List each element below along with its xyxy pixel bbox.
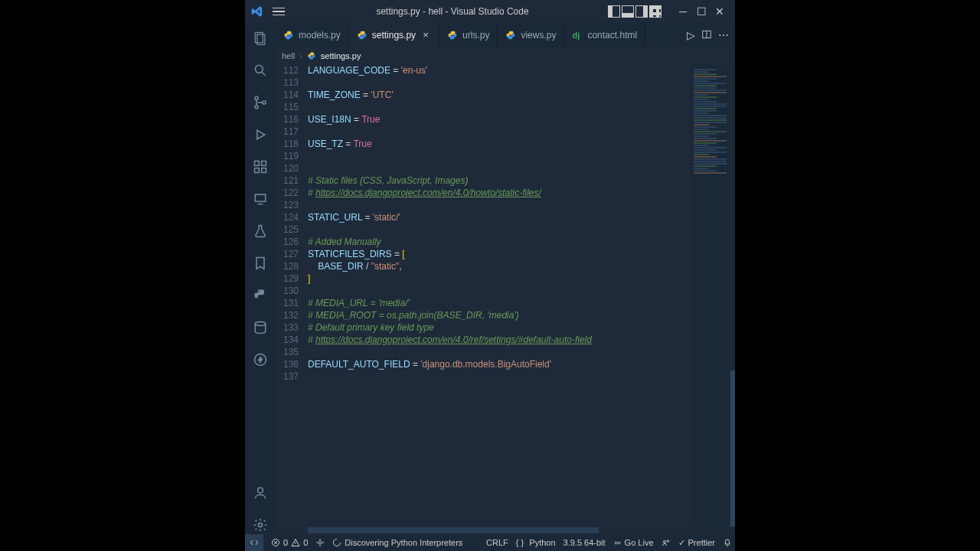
svg-point-26 bbox=[663, 541, 665, 543]
status-bar: 0 0 Discovering Python Interpreters CRLF… bbox=[245, 534, 735, 551]
svg-rect-9 bbox=[255, 168, 260, 173]
database-icon[interactable] bbox=[251, 318, 270, 337]
svg-point-16 bbox=[258, 487, 263, 493]
svg-point-25 bbox=[616, 542, 619, 544]
language-mode[interactable]: { } Python bbox=[516, 538, 556, 547]
python-discovery-status[interactable]: Discovering Python Interpreters bbox=[332, 538, 462, 547]
notifications-bell-icon[interactable] bbox=[723, 538, 732, 547]
titlebar: settings.py - hell - Visual Studio Code … bbox=[245, 0, 735, 23]
source-control-icon[interactable] bbox=[251, 93, 270, 112]
tab-label: views.py bbox=[521, 30, 556, 41]
bookmark-icon[interactable] bbox=[251, 254, 270, 272]
svg-rect-11 bbox=[262, 161, 266, 166]
breadcrumb-root[interactable]: hell bbox=[282, 51, 295, 60]
run-debug-icon[interactable] bbox=[251, 126, 270, 144]
svg-point-5 bbox=[255, 106, 258, 109]
horizontal-scrollbar-thumb[interactable] bbox=[308, 527, 599, 533]
code-content[interactable]: LANGUAGE_CODE = 'en-us'TIME_ZONE = 'UTC'… bbox=[308, 64, 691, 527]
remote-explorer-icon[interactable] bbox=[251, 190, 270, 208]
svg-point-6 bbox=[263, 101, 266, 104]
close-button[interactable]: ✕ bbox=[710, 2, 729, 21]
minimap[interactable] bbox=[691, 64, 735, 527]
svg-point-24 bbox=[318, 541, 322, 544]
testing-icon[interactable] bbox=[251, 222, 270, 240]
search-icon[interactable] bbox=[251, 61, 270, 80]
svg-rect-10 bbox=[262, 168, 266, 173]
tab-bar: models.pysettings.py×urls.pyviews.pydjco… bbox=[276, 23, 735, 47]
svg-point-15 bbox=[255, 354, 266, 366]
remote-indicator[interactable] bbox=[245, 534, 263, 551]
split-editor-icon[interactable] bbox=[701, 29, 712, 41]
live-share-icon[interactable] bbox=[662, 538, 671, 547]
django-file-icon: dj bbox=[572, 30, 583, 41]
svg-point-17 bbox=[259, 523, 263, 527]
tab-contact-html[interactable]: djcontact.html bbox=[564, 23, 645, 47]
svg-marker-7 bbox=[257, 130, 265, 139]
svg-point-27 bbox=[667, 540, 669, 543]
go-live-button[interactable]: Go Live bbox=[613, 538, 654, 547]
python-env-icon[interactable] bbox=[251, 286, 270, 305]
editor-area[interactable]: 1121131141151161171181191201211221231241… bbox=[276, 64, 735, 527]
python-file-icon bbox=[505, 30, 516, 41]
python-file-icon bbox=[447, 30, 458, 41]
error-count: 0 bbox=[283, 538, 288, 547]
breadcrumb[interactable]: hell › settings.py bbox=[276, 47, 735, 64]
svg-point-4 bbox=[255, 96, 258, 99]
problems-indicator[interactable]: 0 0 bbox=[271, 538, 308, 547]
warning-count: 0 bbox=[303, 538, 308, 547]
python-version[interactable]: 3.9.5 64-bit bbox=[564, 538, 606, 547]
tab-label: models.py bbox=[299, 30, 341, 41]
editor-group: models.pysettings.py×urls.pyviews.pydjco… bbox=[276, 23, 735, 534]
python-file-icon bbox=[357, 30, 368, 41]
customize-layout-icon[interactable] bbox=[649, 5, 662, 18]
python-file-icon bbox=[307, 51, 316, 60]
lightning-icon[interactable] bbox=[251, 350, 270, 369]
vscode-logo-icon bbox=[251, 5, 263, 18]
activity-bar bbox=[245, 23, 276, 534]
app-menu-button[interactable] bbox=[273, 4, 288, 19]
tab-views-py[interactable]: views.py bbox=[498, 23, 564, 47]
tab-label: urls.py bbox=[462, 30, 489, 41]
maximize-button[interactable]: ☐ bbox=[692, 2, 710, 21]
tab-label: settings.py bbox=[372, 30, 416, 41]
scrollbar-thumb[interactable] bbox=[730, 370, 735, 527]
more-actions-icon[interactable]: ⋯ bbox=[718, 29, 729, 41]
toggle-primary-sidebar-icon[interactable] bbox=[608, 5, 620, 18]
breadcrumb-file[interactable]: settings.py bbox=[321, 51, 361, 60]
window-title: settings.py - hell - Visual Studio Code bbox=[297, 6, 608, 17]
python-file-icon bbox=[283, 30, 294, 41]
line-gutter: 1121131141151161171181191201211221231241… bbox=[276, 64, 308, 527]
svg-rect-12 bbox=[255, 194, 265, 201]
layout-controls bbox=[608, 5, 662, 18]
tab-label: contact.html bbox=[587, 30, 637, 41]
minimize-button[interactable]: ─ bbox=[674, 2, 692, 21]
explorer-icon[interactable] bbox=[251, 29, 270, 47]
tab-urls-py[interactable]: urls.py bbox=[439, 23, 498, 47]
svg-line-3 bbox=[263, 73, 266, 76]
port-forward-icon[interactable] bbox=[315, 538, 325, 547]
vscode-window: settings.py - hell - Visual Studio Code … bbox=[245, 0, 735, 551]
prettier-status[interactable]: ✓ Prettier bbox=[678, 538, 715, 548]
vertical-scrollbar[interactable] bbox=[730, 64, 735, 527]
svg-point-2 bbox=[255, 65, 263, 73]
close-tab-icon[interactable]: × bbox=[420, 30, 431, 41]
chevron-right-icon: › bbox=[299, 51, 302, 60]
horizontal-scrollbar[interactable] bbox=[276, 527, 735, 534]
toggle-panel-icon[interactable] bbox=[622, 5, 634, 18]
run-file-icon[interactable]: ▷ bbox=[687, 29, 695, 41]
toggle-secondary-sidebar-icon[interactable] bbox=[635, 5, 648, 18]
accounts-icon[interactable] bbox=[251, 484, 270, 502]
tab-settings-py[interactable]: settings.py× bbox=[349, 23, 439, 47]
settings-gear-icon[interactable] bbox=[251, 516, 270, 534]
svg-point-14 bbox=[255, 322, 265, 326]
extensions-icon[interactable] bbox=[251, 158, 270, 176]
svg-rect-8 bbox=[255, 161, 260, 166]
eol-indicator[interactable]: CRLF bbox=[486, 538, 508, 547]
tab-models-py[interactable]: models.py bbox=[276, 23, 349, 47]
